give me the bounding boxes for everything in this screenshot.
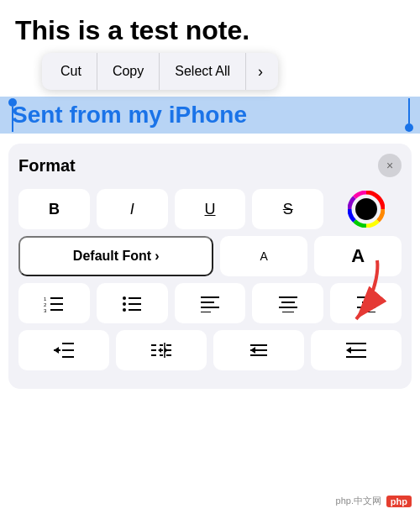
cursor-left — [8, 98, 17, 132]
italic-button[interactable]: I — [97, 189, 168, 229]
align-left-button[interactable] — [175, 283, 246, 323]
align-center-button[interactable] — [252, 283, 323, 323]
column-view-button[interactable] — [116, 330, 207, 370]
format-row-1: B I U S — [18, 189, 402, 229]
svg-point-7 — [123, 296, 126, 300]
note-title: This is a test note. — [0, 0, 420, 53]
svg-marker-40 — [158, 348, 161, 353]
php-watermark: php — [386, 496, 412, 507]
format-header: Format × — [18, 154, 402, 177]
font-larger-button[interactable]: A — [314, 236, 402, 276]
default-font-label: Default Font — [73, 249, 151, 264]
svg-marker-49 — [346, 347, 351, 354]
svg-marker-45 — [250, 347, 255, 354]
php-site-label: php.中文网 — [336, 495, 381, 507]
bold-button[interactable]: B — [18, 189, 90, 229]
selected-text-container: Sent from my iPhone — [0, 97, 420, 134]
svg-marker-26 — [54, 347, 59, 354]
decrease-indent-button[interactable] — [18, 330, 109, 370]
selected-text: Sent from my iPhone — [12, 102, 247, 128]
format-row-4 — [18, 330, 402, 370]
svg-text:2: 2 — [44, 302, 47, 307]
color-picker-button[interactable] — [330, 189, 402, 229]
cursor-right — [405, 98, 413, 132]
svg-point-0 — [355, 198, 377, 220]
increase-indent-button[interactable] — [311, 330, 402, 370]
select-all-button[interactable]: Select All — [160, 53, 246, 90]
format-row-3: 1 2 3 — [18, 283, 402, 323]
svg-text:3: 3 — [44, 308, 47, 313]
indent-text-left-button[interactable] — [213, 330, 304, 370]
strikethrough-button[interactable]: S — [252, 189, 323, 229]
cut-button[interactable]: Cut — [45, 53, 97, 90]
numbered-list-button[interactable]: 1 2 3 — [18, 283, 90, 323]
font-smaller-button[interactable]: A — [220, 236, 307, 276]
svg-point-11 — [123, 308, 126, 312]
format-title: Format — [18, 156, 76, 176]
context-menu: Cut Copy Select All › — [42, 53, 278, 90]
default-font-button[interactable]: Default Font › — [18, 236, 213, 276]
svg-marker-41 — [165, 348, 168, 353]
copy-button[interactable]: Copy — [97, 53, 160, 90]
font-chevron-icon: › — [155, 249, 159, 264]
svg-text:1: 1 — [44, 296, 47, 302]
bullet-list-button[interactable] — [97, 283, 168, 323]
svg-point-9 — [123, 302, 126, 306]
more-button[interactable]: › — [246, 53, 275, 90]
format-panel: Format × B I U S — [8, 144, 412, 389]
format-row-2: Default Font › A A — [18, 236, 402, 276]
align-right-button[interactable] — [330, 283, 402, 323]
underline-button[interactable]: U — [175, 189, 246, 229]
close-button[interactable]: × — [378, 154, 402, 177]
